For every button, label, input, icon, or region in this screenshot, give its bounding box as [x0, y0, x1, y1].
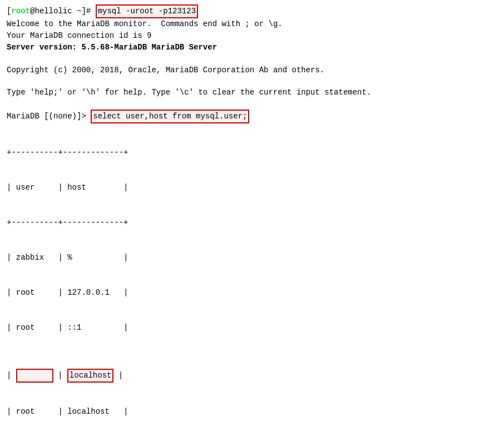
- empty-user-cell1: [16, 369, 53, 383]
- line-select-prompt: MariaDB [(none)]> select user,host from …: [7, 110, 497, 123]
- command-select: select user,host from mysql.user;: [91, 110, 249, 123]
- table-row3: | root | ::1 |: [7, 322, 497, 334]
- line-prompt1: [root@hellolic ~]# mysql -uroot -p123123: [7, 4, 497, 18]
- table-row5: | root | localhost |: [7, 406, 497, 418]
- table-output: +----------+-------------+ | user | host…: [7, 123, 497, 431]
- terminal-window: [root@hellolic ~]# mysql -uroot -p123123…: [7, 4, 497, 431]
- blank1: [7, 53, 497, 65]
- line-help: Type 'help;' or '\h' for help. Type '\c'…: [7, 87, 497, 98]
- table-row2: | root | 127.0.0.1 |: [7, 287, 497, 299]
- table-row4: | | localhost |: [7, 369, 497, 383]
- blank3: [7, 98, 497, 110]
- table-border-top: +----------+-------------+: [7, 147, 497, 158]
- line-copyright: Copyright (c) 2000, 2018, Oracle, MariaD…: [7, 65, 497, 76]
- line-connid: Your MariaDB connection id is 9: [7, 30, 497, 42]
- table-header-row: | user | host |: [7, 182, 497, 194]
- table-border-mid: +----------+-------------+: [7, 217, 497, 229]
- at-sign: @hellolic ~]#: [30, 7, 96, 16]
- command-mysql: mysql -uroot -p123123: [96, 4, 198, 18]
- line-version: Server version: 5.5.68-MariaDB MariaDB S…: [7, 42, 497, 53]
- user-root: root: [11, 7, 30, 16]
- blank2: [7, 76, 497, 87]
- localhost-cell1: localhost: [67, 369, 114, 383]
- prompt2-text: MariaDB [(none)]>: [7, 112, 91, 121]
- line-welcome: Welcome to the MariaDB monitor. Commands…: [7, 18, 497, 30]
- table-row1: | zabbix | % |: [7, 252, 497, 264]
